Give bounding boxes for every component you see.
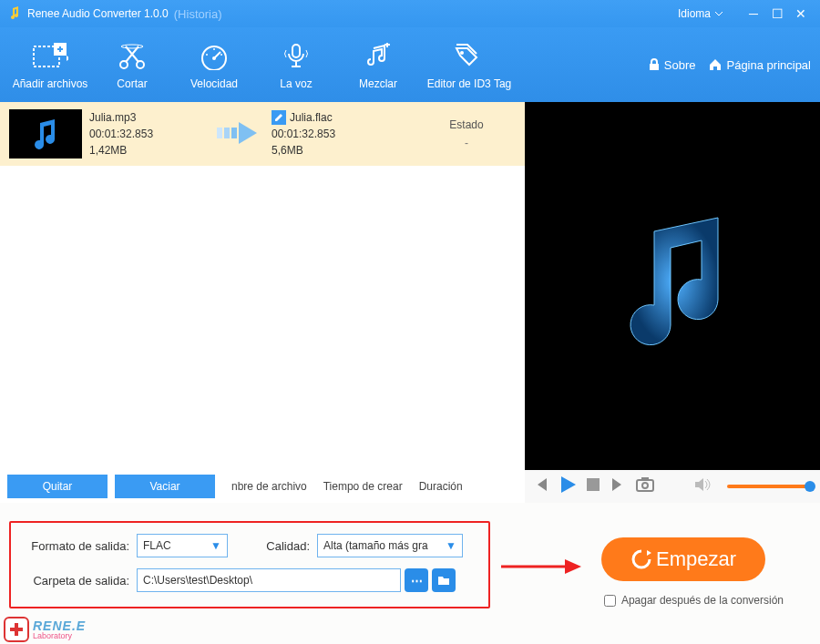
tags-icon — [453, 39, 486, 74]
svg-rect-10 — [292, 45, 300, 57]
file-row[interactable]: Julia.mp3 00:01:32.853 1,42MB Julia.flac… — [0, 102, 525, 166]
file-thumbnail — [9, 109, 82, 158]
list-footer: Quitar Vaciar nbre de archivo Tiempo de … — [0, 470, 525, 503]
mix-button[interactable]: Mezclar — [337, 33, 419, 97]
output-folder-input[interactable]: C:\Users\test\Desktop\ — [137, 568, 401, 592]
music-plus-icon — [364, 39, 392, 74]
remove-button[interactable]: Quitar — [7, 475, 108, 498]
destination-filename: Julia.flac — [290, 109, 333, 126]
title-bar: Renee Audio Converter 1.0.0 (Historia) I… — [0, 0, 820, 27]
mix-label: Mezclar — [359, 77, 397, 90]
add-files-button[interactable]: Añadir archivos — [9, 33, 91, 97]
main-toolbar: Añadir archivos Cortar Velocidad La voz … — [0, 27, 820, 102]
sort-duration[interactable]: Duración — [419, 480, 463, 493]
app-subtitle: (Historia) — [174, 7, 222, 21]
close-button[interactable]: ✕ — [789, 6, 813, 21]
shutdown-checkbox[interactable]: Apagar después de la conversión — [604, 594, 784, 607]
svg-point-8 — [213, 48, 215, 50]
svg-rect-19 — [641, 477, 649, 481]
minimize-button[interactable]: ─ — [742, 6, 765, 21]
svg-rect-15 — [231, 128, 237, 138]
microphone-icon — [281, 39, 312, 74]
chevron-down-icon: ▼ — [210, 539, 221, 552]
next-button[interactable] — [610, 478, 625, 495]
home-icon — [708, 58, 723, 71]
svg-point-18 — [642, 483, 648, 488]
id3-label: Editor de ID3 Tag — [427, 77, 512, 90]
filmstrip-plus-icon — [32, 39, 68, 74]
app-logo-icon — [7, 6, 22, 21]
svg-rect-13 — [217, 128, 222, 138]
destination-duration: 00:01:32.853 — [272, 126, 417, 142]
voice-label: La voz — [280, 77, 312, 90]
source-filename: Julia.mp3 — [89, 109, 208, 126]
homepage-link[interactable]: Página principal — [708, 58, 811, 72]
sort-created[interactable]: Tiempo de crear — [323, 480, 403, 493]
svg-point-11 — [460, 51, 464, 55]
brand-logo: RENE.E Laboratory — [4, 617, 86, 642]
file-list: Julia.mp3 00:01:32.853 1,42MB Julia.flac… — [0, 102, 525, 470]
language-label: Idioma — [678, 7, 711, 20]
about-link[interactable]: Sobre — [648, 58, 696, 72]
settings-panel: Formato de salida: FLAC ▼ Calidad: Alta … — [0, 503, 820, 644]
id3-editor-button[interactable]: Editor de ID3 Tag — [419, 33, 519, 97]
svg-point-7 — [206, 54, 208, 56]
svg-point-6 — [212, 56, 216, 60]
destination-size: 5,6MB — [272, 142, 417, 158]
language-selector[interactable]: Idioma — [678, 7, 723, 20]
scissors-icon — [117, 39, 148, 74]
svg-rect-14 — [224, 128, 230, 138]
convert-arrow-icon — [208, 122, 272, 147]
state-header: Estado — [417, 118, 516, 131]
edit-icon[interactable] — [272, 110, 286, 125]
svg-rect-12 — [650, 64, 659, 70]
prev-button[interactable] — [534, 478, 548, 495]
gauge-icon — [199, 39, 230, 74]
lock-icon — [648, 58, 661, 71]
file-list-pane: Julia.mp3 00:01:32.853 1,42MB Julia.flac… — [0, 102, 525, 503]
stop-button[interactable] — [587, 478, 600, 495]
shutdown-checkbox-input[interactable] — [604, 595, 616, 607]
voice-button[interactable]: La voz — [255, 33, 337, 97]
volume-slider[interactable] — [727, 485, 811, 488]
output-format-select[interactable]: FLAC ▼ — [137, 534, 228, 557]
chevron-down-icon — [714, 9, 723, 18]
medical-cross-icon — [4, 617, 29, 642]
cut-button[interactable]: Cortar — [91, 33, 173, 97]
preview-pane — [525, 102, 820, 503]
add-files-label: Añadir archivos — [13, 77, 88, 90]
music-note-icon — [600, 213, 745, 359]
refresh-icon — [630, 548, 652, 570]
player-controls — [525, 470, 820, 503]
volume-icon[interactable] — [694, 478, 711, 495]
annotation-arrow-icon — [501, 557, 583, 576]
maximize-button[interactable]: ☐ — [765, 6, 789, 21]
clear-button[interactable]: Vaciar — [115, 475, 215, 498]
speed-button[interactable]: Velocidad — [173, 33, 255, 97]
cut-label: Cortar — [117, 77, 147, 90]
svg-point-9 — [220, 54, 222, 56]
state-value: - — [417, 137, 516, 149]
svg-rect-16 — [587, 478, 600, 491]
speed-label: Velocidad — [190, 77, 238, 90]
sort-filename[interactable]: nbre de archivo — [231, 480, 307, 493]
quality-select[interactable]: Alta (tamaño más gra ▼ — [317, 534, 463, 557]
play-button[interactable] — [559, 476, 576, 496]
state-column: Estado - — [417, 118, 516, 149]
source-duration: 00:01:32.853 — [89, 126, 208, 142]
main-area: Julia.mp3 00:01:32.853 1,42MB Julia.flac… — [0, 102, 820, 503]
chevron-down-icon: ▼ — [446, 539, 456, 552]
source-info: Julia.mp3 00:01:32.853 1,42MB — [89, 109, 208, 158]
snapshot-button[interactable] — [636, 477, 654, 496]
start-button[interactable]: Empezar — [601, 537, 765, 581]
app-title: Renee Audio Converter 1.0.0 — [27, 7, 169, 20]
svg-rect-17 — [637, 480, 653, 491]
source-size: 1,42MB — [89, 142, 208, 158]
preview-display — [525, 102, 820, 470]
svg-point-4 — [121, 45, 143, 48]
destination-info: Julia.flac 00:01:32.853 5,6MB — [272, 109, 417, 158]
